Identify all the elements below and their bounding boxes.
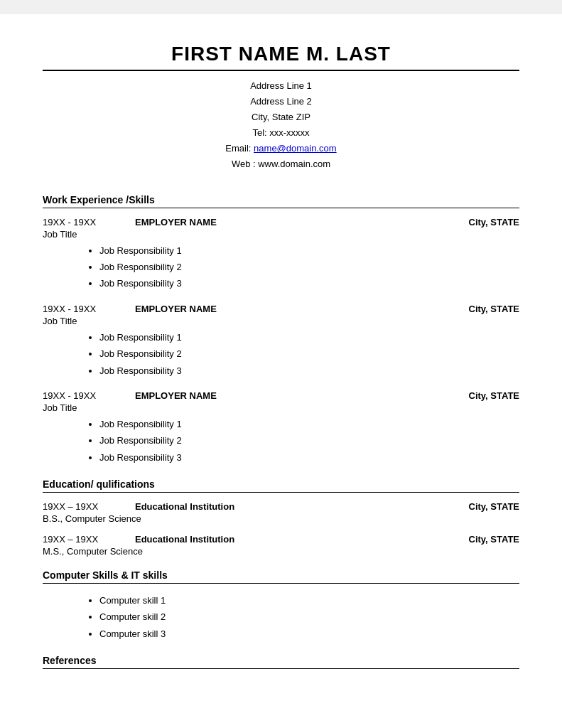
- contact-info: Address Line 1 Address Line 2 City, Stat…: [43, 78, 519, 173]
- tel: Tel: xxx-xxxxx: [43, 125, 519, 141]
- job-dates-1: 19XX - 19XX: [43, 217, 121, 228]
- job-city-3: City, STATE: [469, 390, 520, 401]
- edu-institution-2: Educational Institution: [121, 534, 469, 545]
- job-employer-3: EMPLOYER NAME: [121, 390, 469, 401]
- job-header-3: 19XX - 19XX EMPLOYER NAME City, STATE: [43, 390, 519, 401]
- job-responsibilities-2: Job Responsibility 1 Job Responsibility …: [43, 329, 519, 379]
- skills-list: Computer skill 1 Computer skill 2 Comput…: [43, 592, 519, 642]
- resume-page: FIRST NAME M. LAST Address Line 1 Addres…: [0, 14, 562, 728]
- address-line1: Address Line 1: [43, 78, 519, 94]
- job-entry-3: 19XX - 19XX EMPLOYER NAME City, STATE Jo…: [43, 390, 519, 466]
- job-responsibilities-3: Job Responsibility 1 Job Responsibility …: [43, 416, 519, 466]
- email-label: Email:: [225, 143, 254, 154]
- references-title: References: [43, 655, 519, 669]
- edu-dates-2: 19XX – 19XX: [43, 534, 121, 545]
- education-section: Education/ qulifications 19XX – 19XX Edu…: [43, 478, 519, 557]
- job-employer-2: EMPLOYER NAME: [121, 304, 469, 314]
- list-item: Job Responsibility 2: [99, 259, 519, 275]
- edu-dates-1: 19XX – 19XX: [43, 501, 121, 512]
- job-dates-3: 19XX - 19XX: [43, 390, 121, 401]
- city-state-zip: City, State ZIP: [43, 109, 519, 125]
- edu-entry-2: 19XX – 19XX Educational Institution City…: [43, 534, 519, 557]
- web: Web : www.domain.com: [43, 156, 519, 172]
- job-dates-2: 19XX - 19XX: [43, 304, 121, 314]
- resume-header: FIRST NAME M. LAST: [43, 43, 519, 71]
- list-item: Job Responsibility 3: [99, 449, 519, 466]
- edu-city-2: City, STATE: [469, 534, 520, 545]
- job-city-2: City, STATE: [469, 304, 520, 314]
- work-experience-title: Work Experience /Skills: [43, 194, 519, 208]
- edu-degree-2: M.S., Computer Science: [43, 546, 519, 557]
- job-city-1: City, STATE: [469, 217, 520, 228]
- full-name: FIRST NAME M. LAST: [43, 43, 519, 71]
- job-entry-1: 19XX - 19XX EMPLOYER NAME City, STATE Jo…: [43, 217, 519, 292]
- work-experience-section: Work Experience /Skills 19XX - 19XX EMPL…: [43, 194, 519, 466]
- job-header-1: 19XX - 19XX EMPLOYER NAME City, STATE: [43, 217, 519, 228]
- list-item: Computer skill 1: [99, 592, 519, 609]
- job-responsibilities-1: Job Responsibility 1 Job Responsibility …: [43, 242, 519, 292]
- education-title: Education/ qulifications: [43, 478, 519, 493]
- list-item: Computer skill 3: [99, 626, 519, 642]
- edu-institution-1: Educational Institution: [121, 501, 469, 512]
- list-item: Job Responsibility 3: [99, 363, 519, 379]
- edu-header-2: 19XX – 19XX Educational Institution City…: [43, 534, 519, 545]
- edu-header-1: 19XX – 19XX Educational Institution City…: [43, 501, 519, 512]
- address-line2: Address Line 2: [43, 94, 519, 109]
- edu-degree-1: B.S., Computer Science: [43, 513, 519, 524]
- email-line: Email: name@domain.com: [43, 141, 519, 156]
- email-link[interactable]: name@domain.com: [254, 143, 337, 154]
- edu-entry-1: 19XX – 19XX Educational Institution City…: [43, 501, 519, 524]
- job-title-3: Job Title: [43, 402, 519, 413]
- job-title-2: Job Title: [43, 316, 519, 326]
- list-item: Job Responsibility 2: [99, 432, 519, 449]
- list-item: Computer skill 2: [99, 609, 519, 625]
- edu-city-1: City, STATE: [469, 501, 520, 512]
- references-section: References: [43, 655, 519, 669]
- job-header-2: 19XX - 19XX EMPLOYER NAME City, STATE: [43, 304, 519, 314]
- list-item: Job Responsibility 2: [99, 346, 519, 362]
- job-entry-2: 19XX - 19XX EMPLOYER NAME City, STATE Jo…: [43, 304, 519, 379]
- computer-skills-section: Computer Skills & IT skills Computer ski…: [43, 569, 519, 642]
- list-item: Job Responsibility 1: [99, 242, 519, 259]
- list-item: Job Responsibility 1: [99, 416, 519, 432]
- list-item: Job Responsibility 3: [99, 275, 519, 291]
- computer-skills-title: Computer Skills & IT skills: [43, 569, 519, 584]
- list-item: Job Responsibility 1: [99, 329, 519, 346]
- job-employer-1: EMPLOYER NAME: [121, 217, 469, 228]
- job-title-1: Job Title: [43, 229, 519, 240]
